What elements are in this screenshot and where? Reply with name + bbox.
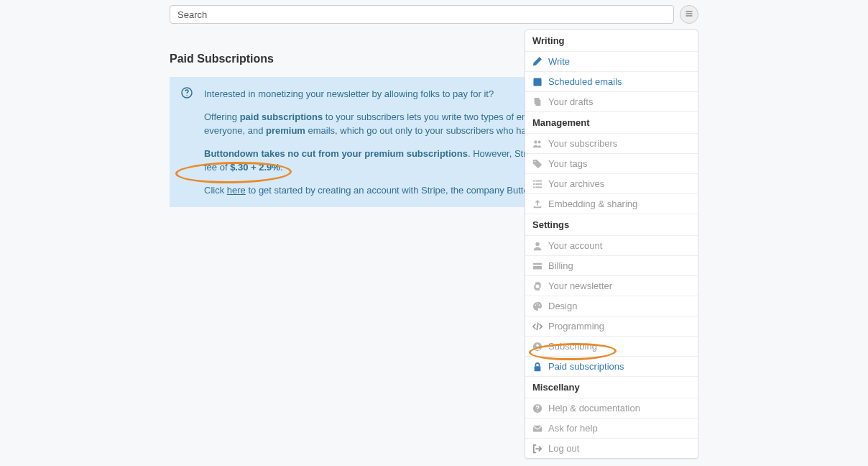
menu-section-header: Writing <box>525 30 698 52</box>
gear-icon <box>532 281 542 291</box>
menu-item-paid-subscriptions[interactable]: Paid subscriptions <box>525 357 698 377</box>
menu-item-label: Scheduled emails <box>548 76 622 87</box>
menu-item-embedding-sharing[interactable]: Embedding & sharing <box>525 194 698 214</box>
calendar-icon <box>532 77 542 87</box>
envelope-icon <box>532 424 542 434</box>
menu-item-your-account[interactable]: Your account <box>525 236 698 256</box>
menu-item-label: Subscribing <box>548 341 597 352</box>
menu-item-programming[interactable]: Programming <box>525 316 698 337</box>
menu-item-billing[interactable]: Billing <box>525 256 698 276</box>
share-icon <box>532 199 542 209</box>
menu-item-your-drafts[interactable]: Your drafts <box>525 92 698 112</box>
menu-item-scheduled-emails[interactable]: Scheduled emails <box>525 72 698 92</box>
menu-item-label: Programming <box>548 321 604 332</box>
menu-item-your-newsletter[interactable]: Your newsletter <box>525 276 698 296</box>
lock-icon <box>532 362 542 372</box>
svg-point-30 <box>186 95 188 96</box>
get-started-link[interactable]: here <box>227 185 246 196</box>
menu-section-header: Management <box>525 112 698 134</box>
users-icon <box>532 139 542 149</box>
list-icon <box>532 179 542 189</box>
bars-icon <box>685 9 693 20</box>
menu-section-header: Settings <box>525 214 698 236</box>
user-icon <box>532 241 542 251</box>
menu-item-subscribing[interactable]: Subscribing <box>525 337 698 357</box>
menu-item-label: Ask for help <box>548 423 598 434</box>
menu-item-help-documentation[interactable]: Help & documentation <box>525 398 698 419</box>
menu-toggle-button[interactable] <box>680 5 698 24</box>
search-input[interactable] <box>170 5 674 24</box>
menu-item-label: Write <box>548 56 570 67</box>
menu-item-label: Help & documentation <box>548 403 640 414</box>
menu-item-label: Your account <box>548 240 602 251</box>
tag-icon <box>532 159 542 169</box>
menu-item-label: Design <box>548 301 577 311</box>
pencil-icon <box>532 57 542 67</box>
copy-icon <box>532 97 542 107</box>
menu-item-label: Embedding & sharing <box>548 198 637 209</box>
usercircle-icon <box>532 342 542 352</box>
menu-item-your-archives[interactable]: Your archives <box>525 174 698 194</box>
menu-item-your-subscribers[interactable]: Your subscribers <box>525 134 698 154</box>
menu-item-label: Your subscribers <box>548 138 617 149</box>
menu-item-label: Your drafts <box>548 96 593 107</box>
menu-section-header: Miscellany <box>525 377 698 398</box>
menu-item-ask-for-help[interactable]: Ask for help <box>525 419 698 439</box>
card-icon <box>532 261 542 271</box>
menu-item-label: Log out <box>548 443 579 454</box>
palette-icon <box>532 301 542 311</box>
page-title: Paid Subscriptions <box>170 52 868 65</box>
question-icon <box>532 403 542 414</box>
menu-item-label: Your newsletter <box>548 280 612 291</box>
signout-icon <box>532 444 542 454</box>
menu-item-label: Billing <box>548 260 573 271</box>
question-circle-icon <box>181 87 193 99</box>
menu-item-log-out[interactable]: Log out <box>525 439 698 458</box>
code-icon <box>532 321 542 332</box>
main-menu-dropdown: WritingWriteScheduled emailsYour draftsM… <box>525 29 698 459</box>
menu-item-label: Paid subscriptions <box>548 361 624 372</box>
menu-item-write[interactable]: Write <box>525 52 698 72</box>
menu-item-label: Your archives <box>548 178 604 189</box>
menu-item-your-tags[interactable]: Your tags <box>525 154 698 174</box>
menu-item-label: Your tags <box>548 158 587 169</box>
menu-item-design[interactable]: Design <box>525 296 698 316</box>
